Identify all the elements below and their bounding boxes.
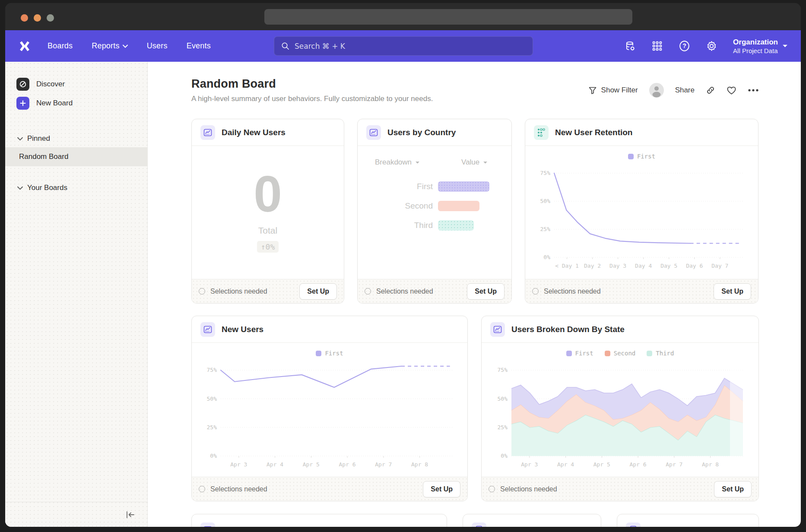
- nav-item-label: Users: [147, 41, 168, 51]
- status-text: Selections needed: [210, 485, 267, 493]
- svg-text:50%: 50%: [540, 198, 551, 204]
- collapse-sidebar-icon[interactable]: [126, 511, 135, 519]
- global-search-input[interactable]: Search ⌘ + K: [274, 36, 533, 56]
- sidebar-item-label: Discover: [36, 80, 65, 89]
- section-label: Your Boards: [27, 184, 67, 192]
- legend-item[interactable]: First: [316, 350, 343, 357]
- nav-item-events[interactable]: Events: [187, 41, 211, 51]
- card-users-by-country: Users by Country Breakdown: [357, 119, 512, 304]
- svg-text:0%: 0%: [543, 254, 550, 260]
- bar-first[interactable]: [438, 181, 489, 192]
- mixpanel-logo-icon[interactable]: [18, 40, 31, 53]
- chevron-down-icon: [415, 161, 420, 164]
- breakdown-label: Breakdown: [375, 158, 412, 167]
- svg-text:Day 4: Day 4: [635, 263, 652, 269]
- svg-text:0%: 0%: [210, 453, 217, 459]
- status-text: Selections needed: [210, 288, 267, 295]
- card-title: New Users: [222, 325, 263, 334]
- svg-text:50%: 50%: [207, 396, 217, 402]
- set-up-button[interactable]: Set Up: [423, 481, 460, 497]
- set-up-button[interactable]: Set Up: [714, 481, 752, 497]
- svg-text:50%: 50%: [497, 396, 508, 402]
- legend-label: Third: [656, 350, 674, 357]
- sidebar-item-random-board[interactable]: Random Board: [5, 147, 147, 166]
- svg-text:Apr 3: Apr 3: [521, 461, 538, 468]
- svg-text:Apr 4: Apr 4: [557, 461, 574, 468]
- left-sidebar: Discover New Board Pinned Random Board Y…: [5, 62, 148, 527]
- legend-item[interactable]: First: [566, 350, 593, 357]
- svg-text:Apr 8: Apr 8: [702, 461, 719, 468]
- by-state-area-chart[interactable]: 0%25%50%75%Apr 3Apr 4Apr 5Apr 6Apr 7Apr …: [490, 359, 751, 470]
- share-label: Share: [675, 86, 695, 95]
- help-icon[interactable]: ?: [679, 40, 690, 52]
- sidebar-item-discover[interactable]: Discover: [5, 75, 147, 94]
- copy-link-button[interactable]: [706, 86, 715, 95]
- sidebar-section-your-boards[interactable]: Your Boards: [5, 179, 147, 196]
- bar-row: Third: [369, 220, 500, 231]
- favorite-button[interactable]: [727, 86, 736, 95]
- line-chart-icon: [200, 322, 215, 337]
- set-up-button[interactable]: Set Up: [299, 283, 337, 300]
- close-window-button[interactable]: [21, 14, 28, 22]
- show-filter-button[interactable]: Show Filter: [588, 86, 638, 95]
- card-title: Stacked Line Graph: [222, 525, 298, 527]
- bar-label: First: [369, 182, 433, 191]
- card-title: Daily New Users: [222, 128, 286, 137]
- svg-text:75%: 75%: [497, 367, 508, 373]
- bar-third[interactable]: [438, 220, 474, 231]
- svg-text:25%: 25%: [540, 226, 551, 232]
- bar-second[interactable]: [438, 201, 479, 211]
- value-label: Value: [461, 158, 479, 167]
- new-users-line-chart[interactable]: 0%25%50%75%Apr 3Apr 4Apr 5Apr 6Apr 7Apr …: [199, 359, 460, 470]
- card-new-user-retention: New User Retention First 0%25%50%75%< Da…: [525, 119, 758, 304]
- nav-item-boards[interactable]: Boards: [48, 41, 73, 51]
- board-main-area: Random Board A high-level summary of use…: [148, 62, 801, 527]
- svg-text:Apr 7: Apr 7: [666, 461, 682, 468]
- set-up-button[interactable]: Set Up: [714, 283, 751, 300]
- svg-text:75%: 75%: [207, 367, 217, 373]
- legend-swatch: [566, 351, 572, 356]
- svg-text:Apr 6: Apr 6: [339, 461, 356, 468]
- show-filter-label: Show Filter: [601, 86, 638, 95]
- data-management-icon[interactable]: [624, 40, 636, 52]
- report-icon: [472, 522, 486, 527]
- minimize-window-button[interactable]: [34, 14, 41, 22]
- sidebar-item-label: New Board: [36, 99, 73, 108]
- value-dropdown[interactable]: Value: [461, 158, 488, 167]
- status-circle-icon: [365, 288, 371, 294]
- chevron-down-icon: [17, 186, 23, 190]
- svg-text:0%: 0%: [501, 453, 508, 459]
- organization-switcher[interactable]: Organization All Project Data: [733, 38, 788, 55]
- nav-item-users[interactable]: Users: [147, 41, 168, 51]
- set-up-button[interactable]: Set Up: [467, 283, 505, 300]
- nav-item-label: Reports: [92, 41, 119, 51]
- page-subtitle: A high-level summary of user behaviors. …: [191, 95, 433, 103]
- card-title: New User Retention: [555, 128, 632, 137]
- zoom-window-button[interactable]: [47, 14, 54, 22]
- apps-grid-icon[interactable]: [651, 40, 663, 52]
- breakdown-dropdown[interactable]: Breakdown: [375, 158, 420, 167]
- more-options-button[interactable]: [748, 89, 759, 92]
- card-title: Insights Report: [493, 525, 553, 527]
- settings-gear-icon[interactable]: [706, 40, 717, 52]
- line-chart-icon: [200, 522, 215, 527]
- card-title: Users Broken Down By State: [511, 325, 625, 334]
- window-titlebar: [5, 3, 801, 30]
- legend-item[interactable]: First: [628, 153, 655, 160]
- svg-text:Day 6: Day 6: [686, 263, 703, 269]
- metric-delta-badge: ↑0%: [257, 241, 279, 253]
- status-circle-icon: [489, 486, 495, 492]
- share-button[interactable]: Share: [675, 86, 695, 95]
- search-icon: [281, 42, 289, 50]
- legend-item[interactable]: Third: [647, 350, 674, 357]
- nav-item-label: Boards: [48, 41, 73, 51]
- nav-item-reports[interactable]: Reports: [92, 41, 127, 51]
- sidebar-section-pinned[interactable]: Pinned: [5, 130, 147, 147]
- retention-line-chart[interactable]: 0%25%50%75%< Day 1Day 2Day 3Day 4Day 5Da…: [533, 162, 751, 271]
- sidebar-item-new-board[interactable]: New Board: [5, 94, 147, 113]
- status-text: Selections needed: [500, 485, 557, 493]
- legend-item[interactable]: Second: [605, 350, 636, 357]
- legend-label: Second: [614, 350, 636, 357]
- browser-address-bar[interactable]: [264, 9, 632, 25]
- avatar[interactable]: [649, 83, 664, 98]
